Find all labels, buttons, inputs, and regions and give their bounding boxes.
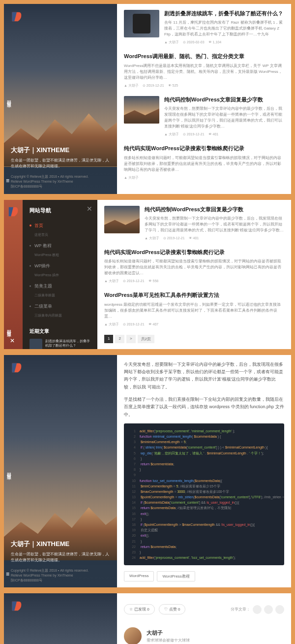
post-meta: ▲ 大胡子⊙ 2019-12-21👁 401 [145,236,284,241]
code-line: 8} [129,467,279,472]
post-item[interactable]: 纯代码控制WordPress文章回复最少字数今天突发奇想，想要限制一下文章评论内… [124,96,284,137]
post-excerpt: 今天突发奇想，想要限制一下文章评论内容中的最少字数，后台，我发现现在很多网站下的… [145,216,284,233]
post-item[interactable]: WordPress菜单可见性和工具条件判断设置方法wordpress 最稳定的功… [104,291,284,326]
nav-item[interactable]: WP插件 [30,260,90,272]
page-last[interactable]: 共2页 [138,335,154,343]
post-item[interactable]: 纯代码控制WordPress文章回复最少字数今天突发奇想，想要限制一下文章评论内… [104,206,284,241]
article-footer: ☆ 已发现 0 ♡ 点赞 0 分享文章： 大胡子 需求球球会被做十大球球 显示评… [117,593,291,644]
post-list: 剧透折叠屏连续跳车，折叠手机除了酷还有什么？去年 11 月后，摩托罗拉在国内发布… [117,4,291,194]
code-line: 2function minimal_comment_length( $comme… [129,434,279,439]
recent-title: 近期文章 [30,328,90,335]
code-line: 19 自定义提醒 [129,527,279,533]
post-list: 纯代码控制WordPress文章回复最少字数今天突发奇想，想要限制一下文章评论内… [97,200,291,349]
site-tagline: 生命是一团欲望，欲望不能满足便痛苦，满足便无聊，人生就在痛苦和无聊之间摇摆。 [11,551,110,563]
share-label: 分享文章： [231,607,250,612]
share-box: 分享文章： [231,605,284,614]
nav-item[interactable]: 二级菜单 [30,301,90,312]
nav-sub: WordPress 教程 [30,252,90,260]
side-menu-label[interactable]: 网站菜单 [4,322,14,334]
share-qq-icon[interactable] [275,605,284,614]
code-line: 9 [129,472,279,478]
post-title: 纯代码控制WordPress文章回复最少字数 [145,206,284,213]
post-title: 纯代码实现WordPress记录搜索引擎蜘蛛爬行记录 [124,145,284,152]
site-tagline: 生命是一团欲望，欲望不能满足便痛苦，满足便无聊，人生就在痛苦和无聊之间摇摆。 [11,158,110,169]
nav-item[interactable]: 简美主题 [30,281,90,292]
bookmark-button[interactable]: ☆ 已发现 0 [124,604,155,614]
code-line: 5 wp_die( '抱歉，您的回复太短了，请输入 ' . $minimalCo… [129,451,279,456]
sidebar: 网站菜单 ≡ 大胡子｜XINTHEME 生命是一团欲望，欲望不能满足便痛苦，满足… [4,355,117,588]
icp: 陕ICP备88888888号 [11,578,110,583]
side-menu-label[interactable]: 网站菜单 [4,465,14,477]
hero-info: 大胡子｜XINTHEME 生命是一团欲望，欲望不能满足便痛苦，满足便无聊，人生就… [4,140,117,193]
code-line: 1add_filter('preprocess_comment', 'minim… [129,428,279,434]
code-line: 11 $minCommentlength = 5; //根据需要修改最少15个字 [129,483,279,489]
logo[interactable] [10,361,24,375]
logo[interactable] [10,10,24,24]
post-excerpt: 很多站长刚知道做有问题时，可能都渴望知道当搜索引擎蜘蛛的抓取情况，对于网站的内容… [104,258,284,276]
side-menu-label[interactable]: 网站菜单 [4,93,14,105]
code-line: 6 } [129,456,279,461]
article-p1: 今天突发奇想，想要限制一下文章评论内容中的最少字数，后台，我发现现在很多网站下都… [124,361,284,391]
post-thumbnail [124,96,159,124]
code-line: 16 exit(); [129,511,279,516]
like-button[interactable]: ♡ 点赞 0 [159,604,186,614]
article-content: 今天突发奇想，想要限制一下文章评论内容中的最少字数，后台，我发现现在很多网站下都… [117,355,291,588]
code-line: 7 return $commentdata; [129,461,279,467]
menu-icon[interactable]: ≡ [6,177,9,184]
nav-item[interactable]: WP 教程 [30,240,90,252]
page-button[interactable]: 1 [104,335,113,343]
code-line: 3 $minimalCommentLength = 5; [129,439,279,445]
close-icon[interactable]: ✕ [10,337,15,344]
screenshot-3: 网站菜单 ≡ 大胡子｜XINTHEME 生命是一团欲望，欲望不能满足便痛苦，满足… [4,355,291,588]
copyright: Copyright © Relieve主题 2018 • All rights … [11,174,110,179]
nav-item[interactable]: 首页 [30,220,90,231]
nav-sub: 三级菜单内容标题 [30,312,90,321]
logo[interactable] [10,599,24,613]
tag[interactable]: WordPress教程 [157,571,195,581]
post-item[interactable]: 纯代码实现WordPress记录搜索引擎蜘蛛爬行记录很多站长刚知道做有问题时，可… [104,249,284,284]
code-line: 20 exit(); [129,533,279,538]
code-line: 24add_filter('preprocess_comment', 'bzz_… [129,555,279,560]
avatar[interactable] [124,627,142,644]
tag[interactable]: WordPress [124,571,154,581]
logo[interactable] [6,205,20,219]
post-item[interactable]: 剧透折叠屏连续跳车，折叠手机除了酷还有什么？去年 11 月后，摩托罗拉在国内发布… [124,10,284,45]
nav-title: 网站导航 [30,207,90,214]
author-name[interactable]: 大胡子 [147,629,190,637]
post-thumbnail [104,206,140,233]
code-block: 1add_filter('preprocess_comment', 'minim… [124,423,284,566]
nav-sub: 这是首页 [30,231,90,240]
nav-panel: ✕ 网站导航 首页这是首页WP 教程WordPress 教程WP插件WordPr… [23,200,97,349]
icp: 陕ICP备88888888号 [11,184,110,189]
post-title: WordPress菜单可见性和工具条件判断设置方法 [104,291,284,299]
recent-thumb [30,339,42,349]
page-button[interactable]: 2 [115,335,124,343]
share-wechat-icon[interactable] [264,605,273,614]
recent-meta: 大胡子 · 02-03 [45,349,90,349]
author-desc: 需求球球会被做十大球球 [147,638,190,643]
menu-icon[interactable]: ≡ [6,571,9,578]
theme-credit: Relieve WordPress Theme by XinTheme [11,573,110,578]
post-excerpt: wordpress 最稳定的功能可思维是一个发布文章的平台，到如果要一定文章，可… [104,302,284,320]
page-next[interactable]: > [126,335,136,343]
post-excerpt: 今天突发奇想，想要限制一下文章评论内容中的最少字数，后台，我发现现在很多网站下的… [164,106,284,129]
screenshot-4: 网站菜单 ≡ 大胡子｜XINTHEME 生命是一团欲望，欲望不能满足便痛苦，满足… [4,593,291,644]
close-icon[interactable]: ✕ [87,205,92,213]
post-title: 剧透折叠屏连续跳车，折叠手机除了酷还有什么？ [164,10,284,17]
post-excerpt: 很多站长刚知道做有问题时，可能都渴望知道当搜索引擎蜘蛛的抓取情况，对于网站的内容… [124,155,284,173]
code-line: 17 } [129,516,279,522]
site-title: 大胡子｜XINTHEME [11,540,110,548]
code-line: 15 return $commentsData; //如果是管理员发表评论，不受… [129,505,279,511]
sidebar: 网站菜单 ≡ 大胡子｜XINTHEME 生命是一团欲望，欲望不能满足便痛苦，满足… [4,4,117,194]
post-meta: ▲ 大胡子⊙ 2019-12-21👁 525 [124,83,284,88]
share-weibo-icon[interactable] [253,605,262,614]
post-meta: ▲ 大胡子⊙ 2019-12-21👁 401 [164,132,284,137]
author-box: 大胡子 需求球球会被做十大球球 [124,619,284,644]
code-line: 18 if ($pointCommentlength > $maxComment… [129,522,279,527]
post-meta: ▲ 大胡子⊙ 2020-02-03👁 1,104 [164,40,284,45]
post-meta: ▲ 大胡子⊙ 2019-12-21👁 407 [104,322,284,327]
post-item[interactable]: 纯代码实现WordPress记录搜索引擎蜘蛛爬行记录很多站长刚知道做有问题时，可… [124,145,284,180]
recent-item[interactable]: 剧透折叠屏连续跳车，折叠手机除了酷还有什么？大胡子 · 02-03 [30,339,90,349]
post-item[interactable]: WordPress调用最新、随机、热门、指定分类文章WordPress调用不但是… [124,53,284,88]
site-title: 大胡子｜XINTHEME [11,146,110,155]
